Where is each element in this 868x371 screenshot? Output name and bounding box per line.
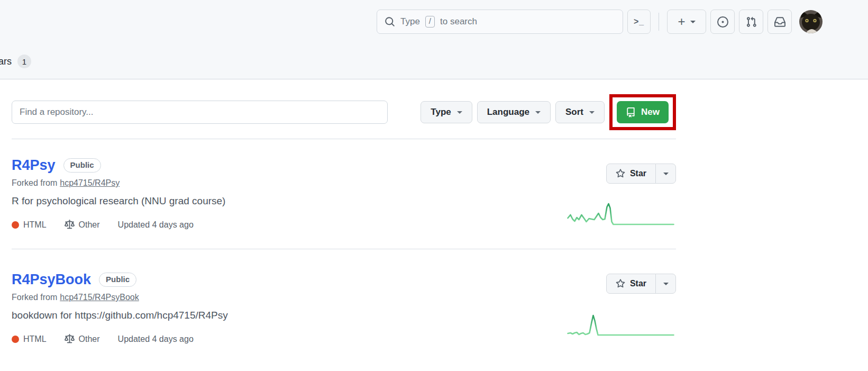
inbox-icon bbox=[774, 16, 785, 28]
fork-line: Forked fromhcp4715/R4PsyBook bbox=[12, 293, 676, 302]
commit-activity-sparkline[interactable] bbox=[567, 202, 675, 228]
toolbar-filters: Type Language Sort New bbox=[416, 94, 676, 130]
repo-row: R4Psy Public Forked fromhcp4715/R4Psy R … bbox=[12, 139, 676, 249]
caret-down-icon bbox=[457, 111, 462, 114]
repo-name-link[interactable]: R4Psy bbox=[12, 157, 56, 174]
repo-icon bbox=[626, 107, 636, 117]
visibility-badge: Public bbox=[99, 273, 136, 287]
repository-toolbar: Type Language Sort New bbox=[12, 94, 676, 130]
terminal-icon: >_ bbox=[634, 17, 644, 26]
user-avatar[interactable] bbox=[799, 10, 823, 33]
fork-line: Forked fromhcp4715/R4Psy bbox=[12, 178, 676, 188]
language-filter-button[interactable]: Language bbox=[477, 101, 551, 123]
commit-activity-sparkline[interactable] bbox=[567, 312, 675, 338]
type-filter-button[interactable]: Type bbox=[421, 101, 472, 123]
repositories-content: Type Language Sort New bbox=[12, 94, 676, 363]
tab-stars[interactable]: Stars 1 bbox=[0, 55, 31, 68]
sort-filter-label: Sort bbox=[565, 107, 583, 117]
caret-down-icon bbox=[663, 173, 669, 175]
git-pull-request-icon bbox=[746, 16, 757, 28]
global-header: Type / to search >_ + bbox=[0, 0, 868, 79]
forked-from-label: Forked from bbox=[12, 178, 57, 187]
new-repository-button[interactable]: New bbox=[617, 101, 669, 123]
new-repository-label: New bbox=[641, 107, 660, 117]
license-meta: Other bbox=[65, 334, 100, 344]
sort-filter-button[interactable]: Sort bbox=[555, 101, 605, 123]
repo-row: R4PsyBook Public Forked fromhcp4715/R4Ps… bbox=[12, 249, 676, 363]
pull-requests-button[interactable] bbox=[739, 10, 763, 34]
repo-name-link[interactable]: R4PsyBook bbox=[12, 272, 91, 288]
find-repository-input[interactable] bbox=[12, 101, 388, 124]
caret-down-icon bbox=[663, 283, 669, 285]
license-meta: Other bbox=[65, 220, 100, 230]
law-icon bbox=[65, 334, 75, 344]
issues-button[interactable] bbox=[710, 10, 735, 34]
repo-title-row: R4PsyBook Public bbox=[12, 272, 676, 288]
license-label: Other bbox=[79, 220, 100, 230]
caret-down-icon bbox=[589, 111, 595, 114]
search-placeholder-prefix: Type bbox=[400, 16, 420, 27]
star-button-group: Star bbox=[606, 274, 676, 294]
updated-meta: Updated 4 days ago bbox=[118, 220, 194, 230]
star-label: Star bbox=[630, 279, 646, 288]
language-meta: HTML bbox=[12, 220, 47, 230]
type-filter-label: Type bbox=[431, 107, 451, 117]
slash-key-hint: / bbox=[425, 16, 435, 28]
updated-meta: Updated 4 days ago bbox=[118, 334, 194, 344]
star-icon bbox=[616, 279, 625, 288]
license-label: Other bbox=[79, 334, 100, 344]
command-palette-button[interactable]: >_ bbox=[627, 10, 651, 34]
issue-opened-icon bbox=[717, 16, 728, 28]
inbox-button[interactable] bbox=[768, 10, 792, 34]
red-highlight-annotation: New bbox=[609, 94, 676, 130]
forked-from-label: Forked from bbox=[12, 293, 57, 302]
language-label: HTML bbox=[23, 334, 47, 344]
star-button[interactable]: Star bbox=[606, 164, 656, 184]
star-label: Star bbox=[630, 169, 646, 178]
repo-title-row: R4Psy Public bbox=[12, 157, 676, 174]
star-button-group: Star bbox=[606, 164, 676, 184]
tab-stars-label: Stars bbox=[0, 56, 12, 67]
plus-icon: + bbox=[678, 14, 685, 29]
caret-down-icon bbox=[535, 111, 541, 114]
header-divider bbox=[659, 13, 659, 31]
language-dot-icon bbox=[12, 336, 19, 343]
caret-down-icon bbox=[690, 21, 696, 23]
star-icon bbox=[616, 169, 625, 178]
law-icon bbox=[65, 220, 75, 230]
star-dropdown-button[interactable] bbox=[655, 274, 676, 294]
language-filter-label: Language bbox=[487, 107, 529, 117]
search-icon bbox=[385, 16, 395, 27]
language-dot-icon bbox=[12, 221, 19, 229]
language-meta: HTML bbox=[12, 334, 47, 344]
language-label: HTML bbox=[23, 220, 47, 230]
fork-source-link[interactable]: hcp4715/R4PsyBook bbox=[60, 293, 139, 302]
fork-source-link[interactable]: hcp4715/R4Psy bbox=[60, 178, 120, 187]
global-search-input[interactable]: Type / to search bbox=[377, 10, 623, 34]
visibility-badge: Public bbox=[63, 158, 101, 173]
create-new-button[interactable]: + bbox=[667, 10, 706, 34]
star-dropdown-button[interactable] bbox=[655, 164, 676, 184]
header-controls: Type / to search >_ + bbox=[377, 10, 823, 34]
search-placeholder-suffix: to search bbox=[440, 16, 477, 27]
tab-stars-count: 1 bbox=[17, 55, 31, 68]
star-button[interactable]: Star bbox=[606, 274, 656, 294]
repositories-page: Type / to search >_ + bbox=[0, 0, 868, 371]
